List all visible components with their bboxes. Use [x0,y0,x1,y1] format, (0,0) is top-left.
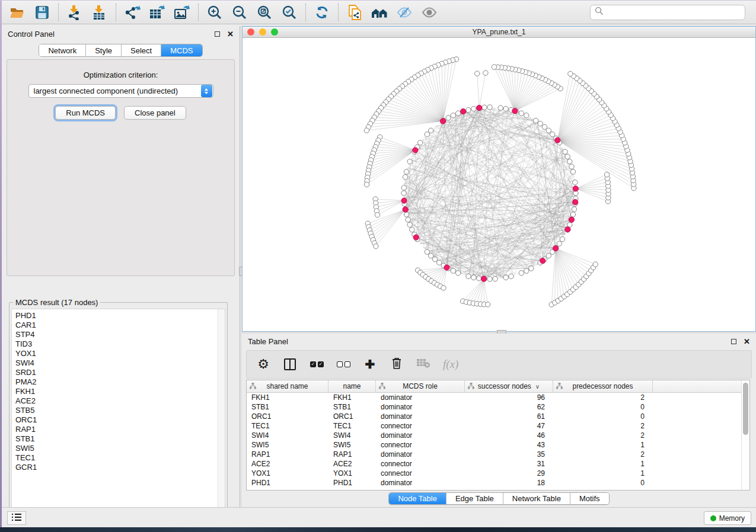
ring-node[interactable] [503,275,508,280]
tab-motifs[interactable]: Motifs [570,493,609,504]
zoom-in-button[interactable] [206,4,223,21]
ring-node[interactable] [429,254,433,258]
ring-node[interactable] [529,266,534,271]
ring-node[interactable] [471,275,476,280]
leaf-node[interactable] [364,128,369,133]
mcds-node[interactable] [555,137,560,143]
refresh-view-button[interactable] [314,4,330,21]
table-row[interactable]: PHD1PHD1dominator180 [247,478,741,488]
tab-style[interactable]: Style [86,44,122,56]
ring-node[interactable] [557,241,562,246]
float-panel-icon[interactable] [215,31,220,37]
column-header-MCDS-role[interactable]: MCDS role [376,380,465,392]
column-header-name[interactable]: name [328,380,376,392]
mcds-result-item[interactable]: SWI5 [15,444,218,453]
mcds-result-item[interactable]: TID3 [15,339,218,349]
deselect-all-button[interactable] [336,357,350,372]
ring-node[interactable] [487,277,492,281]
ring-node[interactable] [446,116,451,120]
table-row[interactable]: RAP1RAP1dominator352 [247,450,741,459]
tab-edge-table[interactable]: Edge Table [446,493,503,504]
table-row[interactable]: ORC1ORC1dominator610 [247,412,741,421]
mcds-result-item[interactable]: STB5 [15,406,218,415]
mcds-node[interactable] [401,198,407,203]
mcds-node[interactable] [413,235,419,240]
close-panel-icon[interactable]: ✕ [744,338,750,345]
ring-node[interactable] [477,276,481,281]
mcds-node[interactable] [403,207,408,212]
table-row[interactable]: STB1STB1dominator620 [247,402,741,412]
ring-node[interactable] [466,107,471,112]
leaf-node[interactable] [568,71,573,76]
ring-node[interactable] [425,249,429,254]
ring-node[interactable] [451,113,455,118]
ring-node[interactable] [429,128,433,133]
leaf-node[interactable] [486,302,490,307]
task-history-button[interactable] [7,511,26,525]
ring-node[interactable] [519,271,524,275]
zoom-out-button[interactable] [231,4,248,21]
first-neighbors-button[interactable] [371,4,388,21]
ring-node[interactable] [404,212,409,217]
mcds-result-item[interactable]: RAP1 [15,425,218,434]
mcds-result-item[interactable]: PMA2 [15,377,218,387]
ring-node[interactable] [560,236,564,241]
ring-node[interactable] [401,185,406,190]
table-scrollbar[interactable] [741,380,749,490]
close-panel-button[interactable]: Close panel [124,106,186,120]
ring-node[interactable] [546,128,551,133]
mcds-result-item[interactable]: STP4 [15,330,218,339]
mcds-result-item[interactable]: ORC1 [15,415,218,425]
mcds-node[interactable] [444,265,449,270]
mcds-result-item[interactable]: YOX1 [15,349,218,358]
mcds-node[interactable] [461,108,466,114]
mcds-node[interactable] [540,258,546,264]
zoom-fit-button[interactable] [256,4,273,21]
mcds-node[interactable] [573,200,578,205]
ring-node[interactable] [565,154,570,159]
save-session-button[interactable] [34,4,50,21]
ring-node[interactable] [542,124,547,129]
tab-network[interactable]: Network [39,44,86,56]
select-all-button[interactable] [310,357,324,372]
ring-node[interactable] [550,132,555,137]
export-network-button[interactable] [124,4,141,21]
mcds-result-list[interactable]: PHD1CAR1STP4TID3YOX1SWI4SRD1PMA2FKH1ACE2… [11,309,225,520]
leaf-node[interactable] [374,243,378,248]
ring-node[interactable] [538,121,543,126]
ring-node[interactable] [498,105,503,110]
leaf-node[interactable] [604,172,609,177]
leaf-node[interactable] [593,262,598,267]
open-session-button[interactable] [9,4,25,21]
ring-node[interactable] [546,254,551,258]
ring-node[interactable] [493,277,497,281]
leaf-node[interactable] [492,65,496,69]
ring-node[interactable] [406,217,410,222]
ring-node[interactable] [407,159,412,164]
import-network-button[interactable] [66,4,83,21]
column-header-predecessor-nodes[interactable]: predecessor nodes [553,380,653,392]
table-row[interactable]: ACE2ACE2connector311 [247,459,741,469]
table-settings-button[interactable]: ⚙ [256,357,270,372]
leaf-node[interactable] [475,71,480,76]
float-panel-icon[interactable] [731,339,736,344]
ring-node[interactable] [572,207,576,211]
column-header-successor-nodes[interactable]: successor nodes∨ [465,380,553,392]
ring-node[interactable] [455,111,460,116]
mcds-node[interactable] [481,276,486,281]
mcds-node[interactable] [477,105,482,110]
ring-node[interactable] [573,180,578,185]
mcds-result-item[interactable]: SWI4 [15,358,218,368]
leaf-node[interactable] [441,286,446,290]
table-scrollbar-thumb[interactable] [743,383,748,435]
export-image-button[interactable] [174,4,190,21]
ring-node[interactable] [451,268,455,273]
mcds-result-item[interactable]: GCR1 [15,463,218,472]
ring-node[interactable] [519,111,524,116]
table-row[interactable]: YOX1YOX1connector291 [247,469,741,478]
export-table-button[interactable] [149,4,165,21]
mcds-node[interactable] [565,227,570,232]
hide-selected-button[interactable] [396,4,413,21]
table-row[interactable]: SWI5SWI5connector431 [247,440,741,450]
ring-node[interactable] [524,268,529,273]
